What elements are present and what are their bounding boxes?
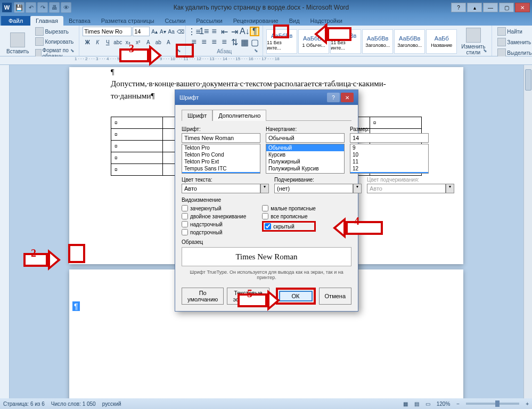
size-list[interactable]: 9 10 11 12 14 bbox=[350, 144, 429, 174]
help-button[interactable]: ? bbox=[451, 3, 466, 12]
check-smallcaps[interactable]: малые прописные bbox=[262, 205, 316, 211]
view-print-icon[interactable]: ▦ bbox=[403, 401, 408, 407]
list-item[interactable]: Tempus Sans ITC bbox=[182, 165, 260, 172]
checkbox[interactable] bbox=[182, 221, 188, 227]
dialog-tab-advanced[interactable]: Дополнительно bbox=[212, 110, 266, 121]
show-paragraph-marks-button[interactable]: ¶ bbox=[250, 27, 259, 36]
list-item[interactable]: Полужирный Курсив bbox=[266, 165, 344, 172]
tab-insert[interactable]: Вставка bbox=[63, 16, 96, 26]
underline-select[interactable] bbox=[274, 184, 353, 193]
bold-button[interactable]: Ж bbox=[83, 37, 92, 47]
bullets-icon[interactable]: ⋮≡ bbox=[189, 27, 199, 36]
cut-button[interactable]: Вырезать bbox=[33, 27, 76, 36]
chevron-down-icon[interactable]: ▾ bbox=[260, 184, 269, 193]
dialog-titlebar[interactable]: Шрифт ? ✕ bbox=[175, 90, 358, 105]
checkbox[interactable] bbox=[262, 205, 268, 211]
sort-icon[interactable]: A↓ bbox=[240, 27, 249, 36]
scroll-thumb[interactable] bbox=[525, 69, 531, 91]
table-cell[interactable]: ¤ bbox=[111, 164, 163, 176]
change-case-icon[interactable]: Aa bbox=[168, 27, 175, 36]
tab-home[interactable]: Главная bbox=[30, 16, 63, 26]
maximize-button[interactable]: ▢ bbox=[499, 3, 514, 12]
zoom-slider[interactable] bbox=[466, 403, 519, 405]
check-allcaps[interactable]: все прописные bbox=[262, 213, 316, 219]
list-item[interactable]: Tekton Pro bbox=[182, 144, 260, 151]
font-list[interactable]: Tekton Pro Tekton Pro Cond Tekton Pro Ex… bbox=[182, 144, 260, 174]
close-button[interactable]: ✕ bbox=[515, 3, 530, 12]
paste-button[interactable]: Вставить bbox=[3, 31, 32, 55]
zoom-thumb[interactable] bbox=[495, 400, 500, 407]
tab-references[interactable]: Ссылки bbox=[160, 16, 191, 26]
underline-button[interactable]: Ч bbox=[103, 37, 112, 47]
shading-icon[interactable]: ▦ bbox=[240, 37, 249, 47]
copy-button[interactable]: Копировать bbox=[33, 37, 76, 46]
replace-button[interactable]: Заменить bbox=[495, 37, 532, 47]
status-words[interactable]: Число слов: 1 050 bbox=[51, 401, 96, 407]
qat-redo-icon[interactable]: ↷ bbox=[37, 2, 48, 13]
status-page[interactable]: Страница: 6 из 6 bbox=[3, 401, 45, 407]
tab-layout[interactable]: Разметка страницы bbox=[96, 16, 160, 26]
file-tab[interactable]: Файл bbox=[1, 16, 30, 26]
check-super[interactable]: надстрочный bbox=[182, 221, 246, 227]
font-size-input[interactable] bbox=[350, 133, 429, 143]
numbering-icon[interactable]: 1≡ bbox=[199, 27, 209, 36]
hidden-checkbox[interactable] bbox=[265, 223, 271, 230]
qat-undo-icon[interactable]: ↶ bbox=[26, 2, 36, 13]
list-item[interactable]: Tekton Pro Ext bbox=[182, 158, 260, 165]
cancel-button[interactable]: Отмена bbox=[319, 288, 351, 305]
table-cell[interactable]: ¤ bbox=[111, 117, 163, 129]
italic-button[interactable]: К bbox=[93, 37, 102, 47]
font-style-input[interactable] bbox=[266, 133, 345, 143]
list-item[interactable]: Обычный bbox=[266, 144, 344, 151]
table-cell[interactable]: ¤ bbox=[111, 152, 163, 164]
chevron-down-icon[interactable]: ▾ bbox=[353, 184, 362, 193]
font-family-select[interactable] bbox=[83, 27, 132, 36]
line-spacing-icon[interactable]: ⇅ bbox=[230, 37, 239, 47]
status-lang[interactable]: русский bbox=[102, 401, 121, 407]
list-item[interactable]: 14 bbox=[350, 172, 428, 174]
font-color-icon[interactable]: A bbox=[163, 37, 173, 47]
inc-indent-icon[interactable]: ⇥ bbox=[230, 27, 239, 36]
zoom-out-icon[interactable]: − bbox=[456, 401, 460, 407]
multilevel-icon[interactable]: ≡ bbox=[209, 27, 219, 36]
grow-font-icon[interactable]: A▴ bbox=[151, 27, 158, 36]
list-item[interactable]: Times New Roman bbox=[182, 172, 260, 174]
ok-button[interactable]: ОК bbox=[279, 291, 313, 301]
list-item[interactable]: 10 bbox=[350, 151, 428, 158]
qat-save-icon[interactable]: 💾 bbox=[14, 2, 24, 13]
styles-launcher-icon[interactable]: ⬊ bbox=[483, 48, 490, 55]
default-button[interactable]: По умолчанию bbox=[182, 288, 224, 305]
style-item[interactable]: АаБбВвЗаголово... bbox=[362, 29, 393, 54]
checkbox[interactable] bbox=[262, 213, 268, 219]
check-sub[interactable]: подстрочный bbox=[182, 229, 246, 235]
list-item[interactable]: 12 bbox=[350, 165, 428, 172]
find-button[interactable]: Найти bbox=[495, 27, 532, 36]
tab-mailings[interactable]: Рассылки bbox=[191, 16, 227, 26]
checkbox[interactable] bbox=[182, 213, 188, 219]
align-right-icon[interactable]: ≡ bbox=[209, 37, 219, 47]
selected-pilcrow[interactable]: ¶ bbox=[72, 301, 80, 311]
para-launcher-icon[interactable]: ⬊ bbox=[254, 48, 261, 55]
checkbox[interactable] bbox=[182, 229, 188, 235]
minimize-button[interactable]: — bbox=[483, 3, 498, 12]
dialog-close-icon[interactable]: ✕ bbox=[341, 93, 354, 102]
dec-indent-icon[interactable]: ⇤ bbox=[219, 27, 229, 36]
align-center-icon[interactable]: ≡ bbox=[199, 37, 209, 47]
check-hidden[interactable]: скрытый bbox=[265, 223, 313, 230]
borders-icon[interactable]: ▢ bbox=[250, 37, 259, 47]
font-size-select[interactable] bbox=[133, 27, 150, 36]
ribbon-min-button[interactable]: ▴ bbox=[467, 3, 482, 12]
table-cell[interactable]: ¤ bbox=[111, 141, 163, 152]
clipboard-launcher-icon[interactable]: ⬊ bbox=[70, 48, 78, 55]
table-cell[interactable]: ¤ bbox=[111, 129, 163, 141]
font-color-select[interactable] bbox=[182, 184, 260, 193]
ruler-horizontal[interactable]: 1 · · · 2 · · · 3 · · · 4 · · · 5 · · · … bbox=[0, 56, 532, 65]
check-strike[interactable]: зачеркнутый bbox=[182, 205, 246, 211]
style-item[interactable]: АаБбВвЗаголово... bbox=[394, 29, 425, 54]
list-item[interactable]: Tekton Pro Cond bbox=[182, 151, 260, 158]
list-item[interactable]: 9 bbox=[350, 144, 428, 151]
zoom-in-icon[interactable]: + bbox=[526, 401, 529, 407]
checkbox[interactable] bbox=[182, 205, 188, 211]
style-list[interactable]: Обычный Курсив Полужирный Полужирный Кур… bbox=[266, 144, 345, 174]
font-name-input[interactable] bbox=[182, 133, 260, 143]
